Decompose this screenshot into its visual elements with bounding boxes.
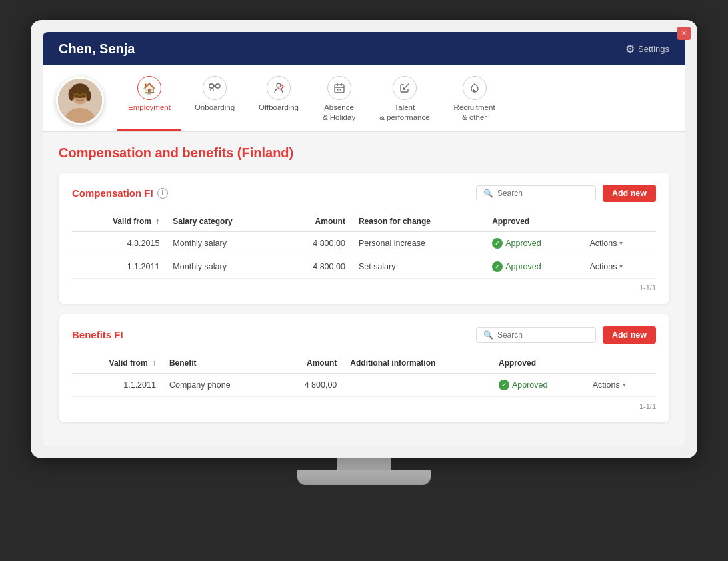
avatar-image xyxy=(58,79,102,123)
settings-label: Settings xyxy=(638,44,669,54)
avatar xyxy=(56,77,104,125)
tab-employment-label: Employment xyxy=(128,103,171,113)
actions-button-2[interactable]: Actions ▾ xyxy=(589,262,623,271)
talent-icon xyxy=(393,76,417,100)
cell-actions-2: Actions ▾ xyxy=(583,255,656,278)
gear-icon: ⚙ xyxy=(625,43,635,55)
ben-approved-check-icon: ✓ xyxy=(499,380,509,390)
compensation-search-icon: 🔍 xyxy=(483,189,493,198)
ben-col-actions-header xyxy=(586,353,656,374)
benefits-title: Benefits FI xyxy=(72,329,123,340)
ben-actions-button-1[interactable]: Actions ▾ xyxy=(593,380,626,390)
ben-cell-benefit-1: Company phone xyxy=(163,373,275,396)
approved-check-icon: ✓ xyxy=(492,238,503,249)
offboarding-icon xyxy=(267,76,291,100)
svg-point-4 xyxy=(69,89,75,101)
tab-employment[interactable]: 🏠 Employment xyxy=(117,71,181,131)
svg-point-6 xyxy=(75,95,78,98)
profile-header: Chen, Senja ⚙ Settings xyxy=(43,32,685,65)
page-title: Compensation and benefits (Finland) xyxy=(59,145,669,161)
cell-actions-1: Actions ▾ xyxy=(583,231,656,255)
cell-reason-2: Set salary xyxy=(352,255,485,278)
nav-tabs: 🏠 Employment Onboa xyxy=(117,71,672,131)
table-row: 1.1.2011 Company phone 4 800,00 ✓ Approv… xyxy=(72,373,656,396)
svg-point-7 xyxy=(83,95,85,98)
benefits-card-header: Benefits FI 🔍 Add new xyxy=(72,326,656,344)
compensation-table: Valid from ↑ Salary category Amount Reas… xyxy=(72,211,656,279)
benefits-search-input[interactable] xyxy=(497,330,589,340)
tab-onboarding-label: Onboarding xyxy=(195,103,235,113)
cell-amount-2: 4 800,00 xyxy=(280,255,351,278)
cell-salary-cat-1: Monthly salary xyxy=(166,231,280,255)
ben-col-approved: Approved xyxy=(492,353,586,374)
col-actions-header xyxy=(583,211,656,232)
cell-amount-1: 4 800,00 xyxy=(280,231,351,255)
benefits-card-actions: 🔍 Add new xyxy=(476,326,656,344)
col-valid-from: Valid from ↑ xyxy=(72,211,166,232)
cell-valid-from-2: 1.1.2011 xyxy=(72,255,166,278)
cell-reason-1: Personal increase xyxy=(352,231,485,255)
ben-col-valid-from: Valid from ↑ xyxy=(72,353,163,374)
svg-point-12 xyxy=(277,83,281,87)
absence-icon xyxy=(327,76,351,100)
tab-offboarding[interactable]: Offboarding xyxy=(248,71,309,131)
close-icon: × xyxy=(681,29,686,38)
tab-absence-label: Absence& Holiday xyxy=(323,103,355,123)
cell-salary-cat-2: Monthly salary xyxy=(166,255,280,278)
onboarding-icon xyxy=(203,76,227,100)
table-row: 1.1.2011 Monthly salary 4 800,00 Set sal… xyxy=(72,255,656,278)
benefits-add-new-button[interactable]: Add new xyxy=(603,326,656,344)
actions-button-1[interactable]: Actions ▾ xyxy=(589,239,623,248)
ben-cell-approved-1: ✓ Approved xyxy=(492,373,586,396)
approved-check-icon-2: ✓ xyxy=(492,261,503,272)
settings-button[interactable]: ⚙ Settings xyxy=(625,43,669,55)
col-approved: Approved xyxy=(485,211,583,232)
col-salary-category: Salary category xyxy=(166,211,280,232)
svg-rect-13 xyxy=(335,85,344,93)
close-button[interactable]: × xyxy=(677,27,691,40)
monitor-stand xyxy=(297,458,431,485)
tab-talent[interactable]: Talent& performance xyxy=(369,71,440,131)
svg-rect-18 xyxy=(339,89,341,91)
ben-col-amount: Amount xyxy=(275,353,343,374)
compensation-pagination: 1-1/1 xyxy=(72,284,656,292)
svg-point-5 xyxy=(86,91,91,102)
tab-talent-label: Talent& performance xyxy=(379,103,429,123)
svg-rect-17 xyxy=(337,89,339,91)
tab-offboarding-label: Offboarding xyxy=(259,103,299,113)
compensation-search-box[interactable]: 🔍 xyxy=(476,185,596,201)
cell-approved-1: ✓ Approved xyxy=(485,231,583,255)
ben-sort-arrow: ↑ xyxy=(152,358,156,368)
nav-area: 🏠 Employment Onboa xyxy=(43,65,685,132)
compensation-info-icon[interactable]: i xyxy=(157,188,168,199)
tab-recruitment-label: Recruitment& other xyxy=(454,103,495,123)
ben-col-additional: Additional information xyxy=(343,353,492,374)
table-row: 4.8.2015 Monthly salary 4 800,00 Persona… xyxy=(72,231,656,255)
cell-approved-2: ✓ Approved xyxy=(485,255,583,278)
tab-absence[interactable]: Absence& Holiday xyxy=(312,71,366,131)
ben-cell-additional-1 xyxy=(343,373,492,396)
benefits-table: Valid from ↑ Benefit Amount Additional i… xyxy=(72,353,656,397)
compensation-title: Compensation FI i xyxy=(72,187,168,199)
ben-col-benefit: Benefit xyxy=(163,353,275,374)
compensation-card-header: Compensation FI i 🔍 Add new xyxy=(72,185,656,202)
tab-onboarding[interactable]: Onboarding xyxy=(184,71,245,131)
ben-cell-valid-from-1: 1.1.2011 xyxy=(72,373,163,396)
tab-recruitment[interactable]: Recruitment& other xyxy=(443,71,506,131)
compensation-search-input[interactable] xyxy=(497,189,589,198)
compensation-add-new-button[interactable]: Add new xyxy=(603,185,656,202)
ben-cell-actions-1: Actions ▾ xyxy=(586,373,656,396)
sort-arrow: ↑ xyxy=(155,217,159,226)
benefits-search-box[interactable]: 🔍 xyxy=(476,327,596,343)
chevron-down-icon: ▾ xyxy=(619,239,623,247)
compensation-card: Compensation FI i 🔍 Add new xyxy=(59,173,669,304)
benefits-pagination: 1-1/1 xyxy=(72,402,656,410)
col-amount: Amount xyxy=(280,211,351,232)
ben-cell-amount-1: 4 800,00 xyxy=(275,373,343,396)
benefits-card: Benefits FI 🔍 Add new xyxy=(59,314,669,422)
employment-icon: 🏠 xyxy=(137,76,161,100)
cell-valid-from-1: 4.8.2015 xyxy=(72,231,166,255)
benefits-search-icon: 🔍 xyxy=(483,330,493,340)
ben-chevron-down-icon: ▾ xyxy=(623,381,626,388)
col-reason: Reason for change xyxy=(352,211,485,232)
